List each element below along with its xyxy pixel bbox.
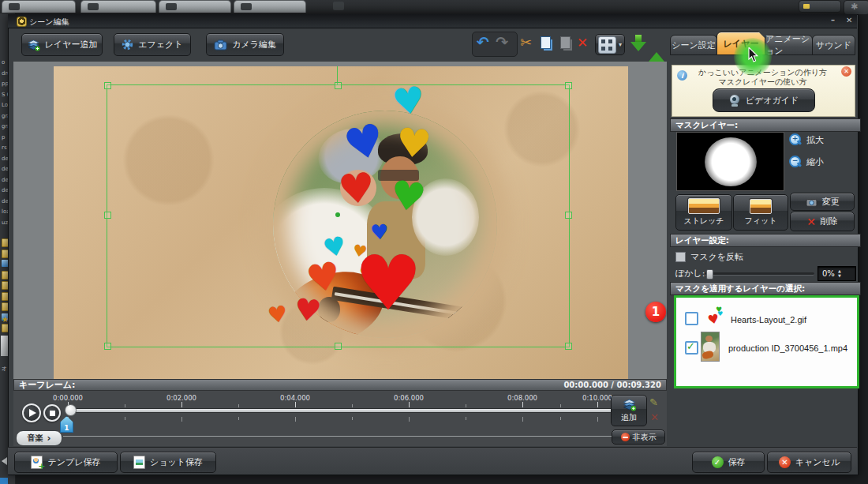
fit-button[interactable]: フィット bbox=[733, 194, 788, 231]
invert-mask-checkbox[interactable]: マスクを反転 bbox=[675, 251, 743, 263]
copy-icon[interactable] bbox=[541, 36, 551, 49]
background-button[interactable] bbox=[799, 0, 841, 13]
mouse-cursor bbox=[748, 47, 760, 63]
layer-checkbox-checked[interactable]: ✓ bbox=[685, 341, 698, 355]
add-layer-button[interactable]: レイヤー追加 bbox=[21, 33, 103, 56]
blur-spinner[interactable]: ▲▼ bbox=[838, 269, 841, 278]
info-line-2: マスクレイヤーの使い方 bbox=[672, 77, 854, 88]
video-guide-label: ビデオガイド bbox=[746, 95, 799, 107]
background-settings-button[interactable]: ✱ bbox=[844, 0, 868, 15]
save-shot-button[interactable]: ショット保存 bbox=[120, 452, 216, 473]
shot-doc-icon bbox=[133, 456, 145, 469]
edit-keyframe-icon[interactable]: ✎ bbox=[649, 396, 658, 408]
minimize-icon[interactable]: – bbox=[831, 16, 835, 24]
background-text-fragment: uz bbox=[2, 219, 8, 226]
change-camera-icon bbox=[806, 197, 817, 207]
blur-slider-handle[interactable] bbox=[706, 269, 713, 280]
grid-options-button[interactable]: ▾ bbox=[595, 34, 625, 55]
background-tab-4[interactable] bbox=[234, 0, 306, 13]
selection-handle-s[interactable] bbox=[335, 343, 342, 350]
stop-button[interactable] bbox=[43, 404, 61, 422]
selection-center-dot[interactable] bbox=[335, 212, 340, 217]
change-button[interactable]: 変更 bbox=[790, 193, 855, 211]
app-screen: ✱ オリ odroppS GLogragraprsdefdefdefdefdef… bbox=[0, 0, 868, 484]
selection-handle-w[interactable] bbox=[104, 212, 111, 219]
blur-value-box[interactable]: 0% ▲▼ bbox=[817, 266, 856, 281]
ruler-tick bbox=[181, 417, 182, 422]
zoom-out-button[interactable]: − 縮小 bbox=[789, 156, 824, 168]
redo-icon[interactable]: ↷ bbox=[496, 35, 508, 50]
selection-handle-sw[interactable] bbox=[104, 343, 111, 350]
zoom-out-icon: − bbox=[789, 156, 802, 168]
ruler-label: 0:08.000 bbox=[507, 394, 537, 402]
cancel-label: キャンセル bbox=[795, 456, 840, 468]
ruler-minor-tick bbox=[560, 417, 561, 420]
music-button[interactable]: 音楽 › bbox=[16, 430, 62, 446]
hide-button[interactable]: 非表示 bbox=[612, 430, 665, 445]
dialog-titlebar[interactable] bbox=[8, 14, 857, 28]
preview-area: ♥♥♥♥♥♥♥♥♥♥♥♥♥ bbox=[13, 62, 667, 379]
timeline-track[interactable] bbox=[66, 408, 633, 413]
undo-icon[interactable]: ↶ bbox=[477, 35, 489, 50]
blur-label: ぼかし: bbox=[675, 268, 705, 280]
add-keyframe-button[interactable]: 追加 bbox=[611, 395, 647, 426]
list-item[interactable]: ♥ ♥ ♥ Hearts-Layout_2.gif bbox=[676, 298, 857, 329]
close-icon[interactable]: ✕ bbox=[846, 16, 852, 24]
background-tab-3[interactable] bbox=[159, 0, 231, 13]
move-down-button[interactable] bbox=[630, 35, 646, 52]
caret-down-icon: ▾ bbox=[619, 41, 622, 48]
stretch-button[interactable]: ストレッチ bbox=[675, 194, 732, 231]
effects-button[interactable]: エフェクト bbox=[114, 33, 191, 56]
save-button[interactable]: ✓ 保存 bbox=[692, 452, 765, 473]
play-button[interactable] bbox=[22, 403, 41, 422]
mask-preview-thumbnail[interactable] bbox=[676, 132, 784, 191]
mask-layer-header: マスクレイヤー: bbox=[670, 118, 861, 132]
zoom-in-button[interactable]: + 拡大 bbox=[789, 133, 824, 146]
selection-handle-n[interactable] bbox=[335, 82, 342, 89]
camera-edit-button[interactable]: カメラ編集 bbox=[206, 33, 284, 56]
save-template-button[interactable]: + テンプレ保存 bbox=[14, 452, 118, 473]
save-template-label: テンプレ保存 bbox=[47, 456, 100, 468]
collapse-left-arrow-icon[interactable] bbox=[2, 457, 7, 465]
effect-gear-icon bbox=[122, 39, 133, 51]
background-tab-1[interactable] bbox=[2, 0, 76, 13]
background-tab-2[interactable] bbox=[80, 0, 156, 13]
delete-icon[interactable]: ✕ bbox=[577, 36, 588, 50]
playhead-knob[interactable] bbox=[65, 404, 77, 416]
info-close-icon[interactable]: ✕ bbox=[841, 66, 851, 77]
stop-icon bbox=[50, 411, 55, 416]
timeline-ruler[interactable]: 0:00.0000:02.0000:04.0000:06.0000:08.000… bbox=[13, 391, 667, 422]
list-item[interactable]: ✓ production ID_3700456_1.mp4 bbox=[676, 329, 857, 366]
save-label: 保存 bbox=[728, 456, 746, 468]
ruler-minor-tick bbox=[238, 417, 239, 420]
ruler-label: 0:02.000 bbox=[166, 394, 196, 402]
delete-keyframe-icon[interactable]: ✕ bbox=[650, 411, 659, 423]
layer-checkbox-unchecked[interactable] bbox=[685, 312, 698, 325]
fit-image-icon bbox=[750, 199, 772, 214]
selection-handle-nw[interactable] bbox=[104, 82, 111, 89]
save-check-icon: ✓ bbox=[712, 456, 724, 468]
webcam-icon bbox=[729, 95, 741, 107]
video-guide-button[interactable]: ビデオガイド bbox=[713, 88, 815, 112]
layer-item-name: Hearts-Layout_2.gif bbox=[731, 315, 806, 325]
hearts-thumbnail: ♥ ♥ ♥ bbox=[708, 306, 725, 326]
cut-icon[interactable]: ✂ bbox=[520, 36, 532, 50]
tab-animation[interactable]: アニメーション bbox=[765, 35, 813, 55]
layers-add-icon bbox=[622, 398, 637, 411]
add-layer-label: レイヤー追加 bbox=[45, 39, 98, 51]
selection-handle-se[interactable] bbox=[565, 343, 572, 350]
background-blue-fragment bbox=[0, 478, 8, 484]
tab-scene-settings[interactable]: シーン設定 bbox=[670, 35, 717, 55]
ruler-minor-tick bbox=[352, 417, 353, 420]
blur-slider-track[interactable] bbox=[705, 272, 814, 276]
delete-mask-button[interactable]: ✕ 削除 bbox=[790, 212, 855, 231]
zoom-in-label: 拡大 bbox=[806, 134, 824, 146]
tab-sound[interactable]: サウンド bbox=[812, 35, 855, 55]
grid-icon bbox=[598, 36, 616, 54]
ruler-label: 0:10.000 bbox=[582, 394, 612, 402]
selection-handle-ne[interactable] bbox=[565, 82, 572, 89]
paste-icon[interactable] bbox=[560, 36, 571, 49]
selection-handle-e[interactable] bbox=[565, 212, 572, 219]
time-display: 00:00.000 / 00:09.320 bbox=[563, 381, 661, 389]
cancel-button[interactable]: ✕ キャンセル bbox=[767, 452, 851, 473]
